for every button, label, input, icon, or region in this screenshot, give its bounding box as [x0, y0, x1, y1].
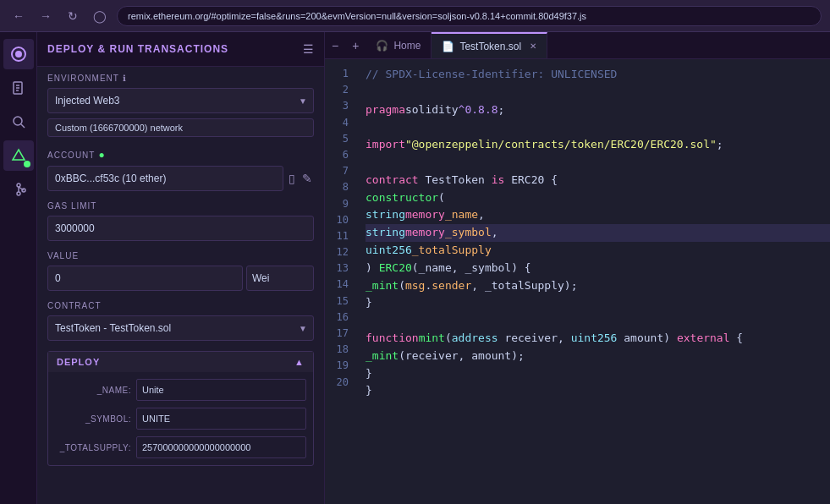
code-line-17: _mint(receiver, amount);: [366, 348, 830, 365]
refresh-button[interactable]: ↻: [63, 6, 83, 26]
tab-home-label: Home: [393, 40, 420, 52]
icon-sidebar: [0, 32, 37, 504]
value-unit-select[interactable]: Wei Gwei Finney Ether: [246, 266, 314, 291]
contract-select[interactable]: TestToken - TestToken.sol: [47, 315, 314, 341]
deploy-chevron-icon: ▲: [294, 357, 305, 367]
editor-area: − + 🎧 Home 📄 TestToken.sol ✕ 12345678910…: [325, 32, 830, 504]
panel-title: DEPLOY & RUN TRANSACTIONS: [47, 43, 228, 55]
tab-bar: − + 🎧 Home 📄 TestToken.sol ✕: [325, 32, 830, 59]
environment-label: ENVIRONMENT ℹ: [37, 67, 324, 86]
code-content[interactable]: // SPDX-License-Identifier: UNLICENSED p…: [359, 59, 830, 504]
tab-search-right[interactable]: +: [345, 32, 366, 58]
svg-point-10: [17, 192, 20, 195]
value-input[interactable]: [47, 266, 243, 291]
bookmark-button[interactable]: ◯: [90, 6, 110, 26]
deploy-section-header[interactable]: DEPLOY ▲: [48, 352, 313, 372]
environment-info-icon[interactable]: ℹ: [123, 74, 127, 83]
deploy-field-row-supply: _TOTALSUPPLY:: [48, 433, 313, 462]
deploy-field-row-name: _NAME:: [48, 375, 313, 404]
deploy-supply-label: _TOTALSUPPLY:: [55, 443, 131, 452]
code-line-12: ) ERC20(_name, _symbol) {: [366, 260, 830, 277]
environment-select-wrapper: Injected Web3 JavaScript VM (London) Har…: [47, 88, 314, 113]
deploy-form: _NAME: _SYMBOL: _TOTALSUPPLY:: [48, 372, 313, 465]
svg-point-9: [17, 184, 20, 187]
copy-account-button[interactable]: ▯: [287, 170, 297, 187]
line-numbers: 1234567891011121314151617181920: [325, 59, 359, 504]
contract-label: CONTRACT: [37, 294, 324, 314]
tab-home[interactable]: 🎧 Home: [366, 32, 431, 58]
deploy-name-input[interactable]: [136, 379, 306, 401]
contract-select-wrapper: TestToken - TestToken.sol ▼: [47, 315, 314, 341]
value-label: VALUE: [37, 244, 324, 264]
code-line-18: }: [366, 365, 830, 383]
value-row: Wei Gwei Finney Ether: [47, 266, 314, 291]
gas-limit-wrapper: [47, 216, 314, 241]
account-add-icon[interactable]: ●: [98, 149, 105, 161]
deploy-symbol-input[interactable]: [136, 408, 306, 430]
testtoken-tab-icon: 📄: [442, 41, 454, 52]
sidebar-item-search[interactable]: [3, 107, 34, 137]
tab-search-left[interactable]: −: [325, 32, 345, 58]
svg-point-6: [14, 117, 22, 125]
tab-testtoken-label: TestToken.sol: [459, 41, 521, 52]
code-editor: 1234567891011121314151617181920 // SPDX-…: [325, 59, 830, 504]
sidebar-item-git[interactable]: [3, 174, 34, 205]
code-line-2: [366, 84, 830, 101]
tab-close-button[interactable]: ✕: [530, 41, 536, 51]
address-bar[interactable]: [117, 6, 822, 26]
panel-toggle-icon[interactable]: ☰: [303, 42, 314, 56]
svg-line-7: [21, 124, 25, 128]
code-line-20: [366, 400, 830, 418]
code-line-6: [366, 154, 830, 172]
code-line-13: _mint(msg.sender, _totalSupply);: [366, 277, 830, 295]
code-line-4: [366, 118, 830, 136]
network-tooltip: Custom (1666700000) network: [47, 118, 314, 137]
deploy-field-row-symbol: _SYMBOL:: [48, 404, 313, 433]
svg-marker-8: [13, 150, 25, 160]
deploy-panel: DEPLOY & RUN TRANSACTIONS ☰ ENVIRONMENT …: [37, 32, 325, 504]
code-line-9: string memory _name,: [366, 206, 830, 224]
account-select[interactable]: 0xBBC...cf53c (10 ether): [47, 166, 283, 191]
code-line-15: [366, 312, 830, 330]
code-line-5: import "@openzeppelin/contracts/token/ER…: [366, 136, 830, 154]
sidebar-item-files[interactable]: [3, 73, 34, 103]
gas-limit-label: GAS LIMIT: [37, 194, 324, 214]
back-button[interactable]: ←: [8, 6, 29, 26]
account-label: ACCOUNT ●: [37, 142, 324, 164]
sidebar-item-remix-logo[interactable]: [3, 39, 34, 69]
account-row: 0xBBC...cf53c (10 ether) ▯ ✎: [47, 166, 314, 191]
code-line-10: string memory _symbol,: [366, 224, 830, 242]
gas-limit-input[interactable]: [47, 216, 314, 241]
code-line-16: function mint(address receiver, uint256 …: [366, 330, 830, 348]
code-line-11: uint256 _totalSupply: [366, 242, 830, 260]
code-line-8: constructor(: [366, 189, 830, 207]
deploy-section: DEPLOY ▲ _NAME: _SYMBOL: _TOTALSUPPLY:: [47, 351, 314, 466]
code-line-1: // SPDX-License-Identifier: UNLICENSED: [366, 66, 830, 84]
deploy-supply-input[interactable]: [136, 436, 306, 458]
environment-select[interactable]: Injected Web3 JavaScript VM (London) Har…: [47, 88, 314, 113]
deploy-badge: [24, 161, 30, 167]
code-line-3: pragma solidity ^0.8.8;: [366, 101, 830, 119]
code-line-14: }: [366, 294, 830, 312]
deploy-name-label: _NAME:: [55, 386, 131, 395]
svg-point-1: [15, 51, 22, 58]
sidebar-item-deploy[interactable]: [3, 140, 34, 171]
code-line-19: }: [366, 382, 830, 400]
code-line-7: contract TestToken is ERC20 {: [366, 172, 830, 189]
tab-testtoken[interactable]: 📄 TestToken.sol ✕: [431, 32, 547, 58]
browser-chrome: ← → ↻ ◯: [0, 0, 830, 32]
edit-account-button[interactable]: ✎: [300, 170, 314, 187]
panel-header: DEPLOY & RUN TRANSACTIONS ☰: [37, 32, 324, 67]
home-tab-icon: 🎧: [376, 40, 388, 52]
main-layout: DEPLOY & RUN TRANSACTIONS ☰ ENVIRONMENT …: [0, 32, 830, 504]
forward-button[interactable]: →: [36, 6, 56, 26]
deploy-symbol-label: _SYMBOL:: [55, 414, 131, 424]
